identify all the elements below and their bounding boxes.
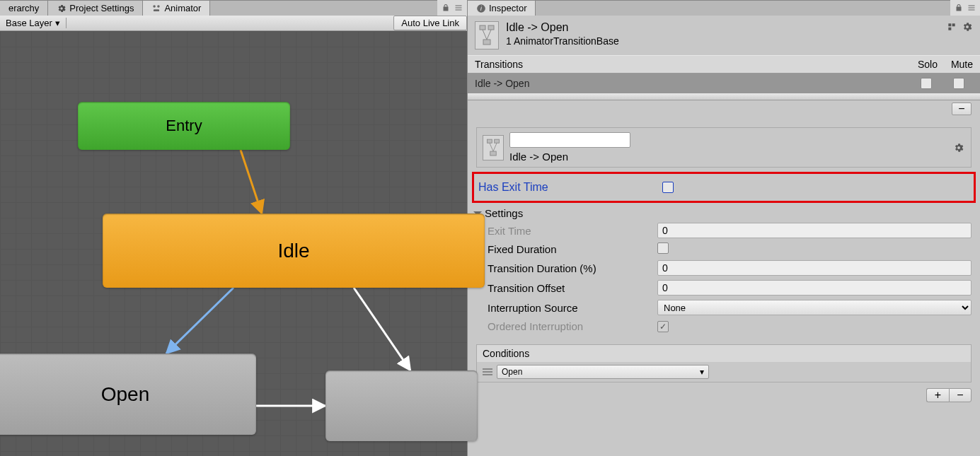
ordered-interruption-row: Ordered Interruption [468,317,980,334]
node-blank[interactable] [325,370,478,441]
inspector-header: Idle -> Open 1 AnimatorTransitionBase [468,16,980,55]
svg-text:i: i [480,5,482,11]
svg-rect-15 [495,139,500,143]
tab-inspector[interactable]: i Inspector [468,0,536,16]
tab-hierarchy[interactable]: erarchy [0,0,48,16]
transition-offset-label: Transition Offset [488,282,657,294]
list-resizer[interactable] [468,93,980,100]
transition-icon [475,21,499,49]
svg-rect-14 [488,139,492,143]
has-exit-time-checkbox[interactable] [662,182,674,193]
svg-rect-9 [480,25,485,30]
remove-transition-button[interactable]: − [952,103,972,115]
transition-icon [483,135,504,160]
exit-time-label: Exit Time [488,225,657,237]
animator-icon [151,4,161,13]
gear-icon[interactable] [962,21,973,33]
transition-list-row[interactable]: Idle -> Open [468,74,980,93]
fixed-duration-row: Fixed Duration [468,240,980,258]
exit-time-input[interactable] [657,223,972,238]
svg-line-13 [487,30,491,40]
lock-icon[interactable] [442,4,450,12]
node-open[interactable]: Open [0,353,256,435]
layer-selector[interactable]: Base Layer ▾ [0,18,67,28]
dropdown-icon: ▾ [55,18,60,28]
transition-name-sub: Idle -> Open [509,151,947,163]
mute-checkbox[interactable] [953,78,964,89]
svg-line-17 [490,143,493,151]
drag-handle-icon[interactable] [483,368,492,375]
svg-point-0 [154,5,156,8]
inspector-subtitle: 1 AnimatorTransitionBase [506,35,619,47]
svg-rect-11 [483,40,490,45]
conditions-section: Conditions Open ▾ [476,344,972,382]
svg-rect-10 [488,25,494,30]
ordered-interruption-checkbox [657,321,669,332]
transition-offset-row: Transition Offset [468,278,980,298]
conditions-footer: + − [468,385,980,405]
conditions-header: Conditions [477,345,971,362]
menu-icon[interactable] [967,4,976,12]
condition-row[interactable]: Open ▾ [477,362,971,382]
dropdown-icon: ▾ [700,367,704,377]
svg-line-12 [483,30,487,40]
gear-icon [57,4,67,13]
gear-icon[interactable] [953,142,964,153]
add-condition-button[interactable]: + [926,388,949,402]
inspector-title: Idle -> Open [506,21,619,34]
tab-controls-right [950,0,980,16]
transitions-header-row: Transitions Solo Mute [468,55,980,74]
svg-point-1 [158,5,161,8]
interruption-source-select[interactable]: None [657,300,972,315]
svg-line-18 [493,143,497,151]
remove-condition-button[interactable]: − [949,388,972,402]
left-tab-bar: erarchy Project Settings Animator [0,0,467,16]
settings-foldout[interactable]: Settings [468,206,980,221]
info-icon: i [476,4,486,13]
svg-rect-16 [490,151,496,156]
has-exit-time-highlight: Has Exit Time [472,172,976,203]
condition-parameter-select[interactable]: Open ▾ [497,365,709,379]
transition-duration-input[interactable] [657,260,972,276]
inspector-panel: i Inspector Idle -> Open 1 AnimatorTrans… [467,0,980,456]
col-mute: Mute [938,59,973,70]
fixed-duration-label: Fixed Duration [488,243,657,255]
interruption-source-row: Interruption Source None [468,298,980,317]
animator-canvas[interactable]: Entry Idle Open [0,31,467,456]
transition-name-input[interactable] [509,132,630,148]
svg-rect-2 [154,9,159,11]
animator-toolbar: Base Layer ▾ Auto Live Link [0,16,467,31]
tab-project-settings[interactable]: Project Settings [48,0,143,16]
col-solo: Solo [918,59,938,70]
transition-duration-row: Transition Duration (%) [468,258,980,278]
transition-name-box: Idle -> Open [476,127,972,168]
has-exit-time-label: Has Exit Time [478,181,662,194]
node-idle[interactable]: Idle [103,214,485,288]
ordered-interruption-label: Ordered Interruption [488,320,657,332]
lock-icon[interactable] [955,4,963,12]
animator-panel: erarchy Project Settings Animator Base L… [0,0,467,456]
menu-icon[interactable] [454,4,463,12]
solo-checkbox[interactable] [921,78,932,89]
auto-live-link-button[interactable]: Auto Live Link [393,16,467,30]
node-entry[interactable]: Entry [78,102,290,150]
inspector-body: Idle -> Open 1 AnimatorTransitionBase Tr… [468,16,980,405]
transition-duration-label: Transition Duration (%) [488,262,657,274]
preset-icon[interactable] [946,21,957,33]
tab-animator[interactable]: Animator [143,0,210,16]
transition-offset-input[interactable] [657,280,972,296]
interruption-source-label: Interruption Source [488,302,657,314]
transition-row-label: Idle -> Open [475,78,529,89]
transitions-header: Transitions [475,59,523,70]
exit-time-row: Exit Time [468,221,980,240]
fixed-duration-checkbox[interactable] [657,242,669,254]
tab-controls [437,0,467,16]
right-tab-bar: i Inspector [468,0,980,16]
